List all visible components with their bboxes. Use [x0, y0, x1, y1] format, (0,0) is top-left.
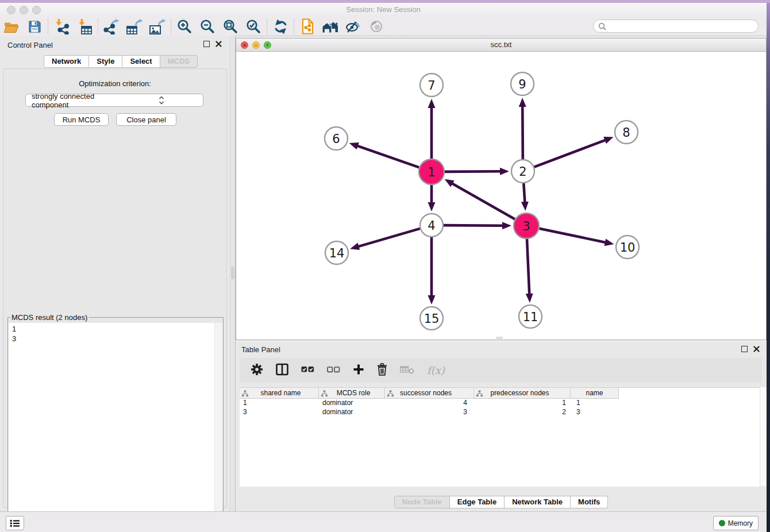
memory-button[interactable]: Memory — [713, 516, 759, 530]
show-panels-menu-button[interactable] — [6, 516, 24, 530]
tab-style[interactable]: Style — [89, 55, 122, 68]
window-zoom-button[interactable] — [32, 6, 41, 14]
graph-edge-3-1[interactable] — [445, 179, 515, 219]
open-session-icon[interactable] — [0, 18, 23, 35]
column-header-predecessor-nodes[interactable]: predecessor nodes — [474, 388, 571, 398]
network-close-button[interactable]: ✕ — [241, 41, 248, 49]
network-window-titlebar[interactable]: ✕ − + scc.txt — [236, 38, 766, 52]
save-session-icon[interactable] — [23, 18, 46, 35]
column-header-mcds-role[interactable]: MCDS role — [319, 388, 385, 398]
graph-edge-2-3[interactable] — [521, 183, 529, 211]
column-header-shared-name[interactable]: shared name — [240, 388, 319, 398]
graph-node-3[interactable]: 3 — [514, 213, 539, 238]
graph-node-2[interactable]: 2 — [511, 160, 534, 183]
column-header-successor-nodes[interactable]: successor nodes — [385, 388, 474, 398]
graph-node-8[interactable]: 8 — [615, 121, 638, 144]
graph-edge-1-7[interactable] — [428, 99, 436, 159]
mcds-result-list[interactable]: 1 3 — [9, 323, 222, 527]
export-table-icon[interactable] — [123, 18, 146, 35]
tab-edge-table[interactable]: Edge Table — [450, 496, 505, 508]
cell-predecessor-nodes[interactable]: 1 — [474, 399, 571, 408]
network-minimize-button[interactable]: − — [252, 41, 260, 49]
graph-node-10[interactable]: 10 — [616, 236, 639, 259]
tab-motifs[interactable]: Motifs — [571, 496, 608, 508]
zoom-selected-icon[interactable] — [242, 18, 265, 35]
import-table-icon[interactable] — [73, 18, 96, 35]
search-input[interactable] — [606, 21, 758, 32]
graph-edge-3-10[interactable] — [540, 229, 614, 246]
splitter-grip[interactable] — [231, 267, 234, 279]
zoom-in-icon[interactable] — [173, 18, 196, 35]
graph-edge-1-4[interactable] — [428, 185, 436, 211]
zoom-fit-icon[interactable] — [219, 18, 242, 35]
window-minimize-button[interactable] — [20, 6, 28, 14]
cell-successor-nodes[interactable]: 4 — [385, 399, 474, 408]
result-scrollbar[interactable] — [214, 323, 222, 527]
export-image-icon[interactable] — [146, 18, 169, 35]
column-header-name[interactable]: name — [571, 388, 619, 398]
window-close-button[interactable] — [7, 6, 16, 14]
tab-network-table[interactable]: Network Table — [505, 496, 571, 508]
home-icon[interactable] — [319, 18, 342, 35]
canvas-resize-grip[interactable] — [496, 337, 503, 339]
criterion-dropdown[interactable]: strongly connected component — [25, 94, 203, 107]
table-scrollbar[interactable] — [760, 387, 767, 486]
graph-edge-1-6[interactable] — [349, 142, 419, 167]
hide-panels-eye-icon[interactable] — [342, 18, 365, 35]
graph-node-4[interactable]: 4 — [420, 214, 443, 237]
global-search[interactable] — [593, 20, 759, 33]
graph-edge-2-8[interactable] — [534, 137, 614, 167]
table-settings-icon[interactable] — [251, 363, 263, 378]
float-panel-icon[interactable] — [203, 41, 210, 47]
cell-shared-name[interactable]: 1 — [240, 399, 319, 408]
network-maximize-button[interactable]: + — [264, 41, 271, 49]
refresh-icon[interactable] — [269, 18, 292, 35]
tab-network[interactable]: Network — [44, 55, 89, 68]
network-canvas[interactable]: 7968124314101511 — [236, 52, 766, 340]
graph-edge-4-14[interactable] — [350, 229, 420, 250]
tab-node-table[interactable]: Node Table — [394, 496, 450, 508]
graph-node-9[interactable]: 9 — [511, 72, 534, 95]
run-mcds-button[interactable]: Run MCDS — [54, 113, 109, 126]
close-panel-icon[interactable] — [215, 41, 222, 47]
memory-label: Memory — [728, 519, 753, 527]
graph-edge-3-11[interactable] — [526, 239, 533, 303]
svg-text:3: 3 — [522, 219, 530, 233]
cell-name[interactable]: 1 — [571, 399, 619, 408]
table-row[interactable]: 3 dominator 3 2 3 — [240, 408, 760, 417]
show-columns-icon[interactable] — [276, 363, 288, 378]
tab-mcds[interactable]: MCDS — [160, 55, 198, 68]
cell-shared-name[interactable]: 3 — [240, 408, 319, 417]
svg-text:10: 10 — [620, 241, 636, 255]
close-table-panel-icon[interactable] — [753, 346, 760, 352]
network-from-file-icon[interactable] — [296, 18, 319, 35]
graph-edge-4-3[interactable] — [444, 222, 511, 229]
graph-edge-1-2[interactable] — [445, 168, 509, 175]
graph-edge-4-15[interactable] — [428, 237, 436, 304]
export-network-icon[interactable] — [100, 18, 123, 35]
graph-node-1[interactable]: 1 — [419, 159, 444, 184]
tab-select[interactable]: Select — [122, 55, 160, 68]
cell-name[interactable]: 3 — [571, 408, 619, 417]
deselect-all-columns-icon[interactable] — [327, 365, 340, 376]
add-column-icon[interactable] — [353, 364, 364, 377]
node-table[interactable]: shared name MCDS role successor nodes pr… — [240, 387, 760, 487]
graph-edge-2-9[interactable] — [519, 98, 526, 159]
panel-splitter[interactable] — [230, 36, 236, 511]
cell-mcds-role[interactable]: dominator — [319, 408, 385, 417]
graph-node-6[interactable]: 6 — [325, 127, 348, 150]
float-table-panel-icon[interactable] — [741, 346, 748, 352]
close-panel-button[interactable]: Close panel — [116, 113, 176, 126]
cell-successor-nodes[interactable]: 3 — [385, 408, 474, 417]
graph-node-7[interactable]: 7 — [420, 74, 443, 97]
select-all-columns-icon[interactable] — [301, 365, 314, 376]
delete-columns-icon[interactable] — [377, 363, 387, 378]
graph-node-14[interactable]: 14 — [325, 241, 348, 264]
graph-node-15[interactable]: 15 — [420, 307, 443, 330]
cell-mcds-role[interactable]: dominator — [319, 399, 385, 408]
cell-predecessor-nodes[interactable]: 2 — [474, 408, 571, 417]
import-network-icon[interactable] — [50, 18, 73, 35]
graph-node-11[interactable]: 11 — [519, 305, 542, 328]
table-row[interactable]: 1 dominator 4 1 1 — [240, 399, 760, 408]
zoom-out-icon[interactable] — [196, 18, 219, 35]
